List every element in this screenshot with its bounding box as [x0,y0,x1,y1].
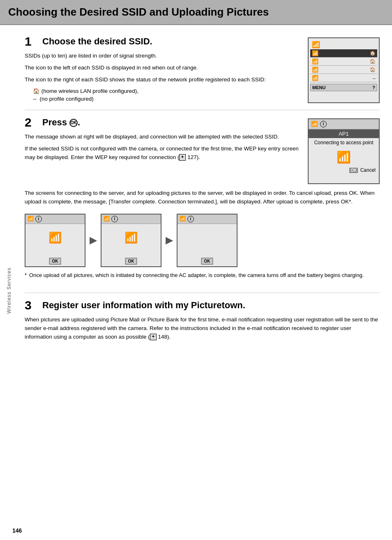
mini-screen-3-body [178,224,237,253]
main-content: 1 Choose the desired SSID. SSIDs (up to … [8,25,392,359]
mini-screen-3-ok: OK [201,258,213,265]
conn-status-text: Connecting to access point [309,138,379,147]
ok-button-icon: OK [69,119,78,127]
ssid-row-1-icon: 📶 [312,50,318,56]
step-2-row: 2 Press OK. The message shown at right w… [25,116,380,184]
mini-screen-1-info: i [35,216,42,222]
step-1-para-1: SSIDs (up to ten) are listed in order of… [25,52,300,60]
ssid-wifi-top-icon: 📶 [310,40,377,49]
mini-screen-2-ok: OK [125,258,137,265]
ssid-row-2-status: 🏠 [370,59,376,64]
ok-box-3: OK [201,258,213,265]
ssid-row-3: 📶 🏠 [310,66,377,74]
mini-screen-1-wifi: 📶 [25,224,85,247]
step-3-body: When pictures are uploaded using Picture… [25,316,380,342]
mini-screen-2-signal: 📶 [104,216,110,222]
step-1-title: 1 Choose the desired SSID. [25,35,300,48]
step-1-body: SSIDs (up to ten) are listed in order of… [25,52,300,102]
page-number: 146 [12,527,22,534]
conn-cancel-label: Cancel [360,167,376,173]
conn-ap-name: AP1 [339,131,349,137]
step-1-number: 1 [25,35,37,48]
step-1-section: 1 Choose the desired SSID. SSIDs (up to … [25,29,380,110]
step-2-para-2: If the selected SSID is not configured w… [25,145,300,162]
step-2-title: 2 Press OK. [25,116,300,129]
footnote-text: Once upload of all pictures, which is in… [29,271,364,279]
step-3-title: 3 Register user information with my Pict… [25,299,380,312]
mini-screen-2-info: i [111,216,118,222]
conn-signal-icon: 📶 [311,121,318,127]
ssid-row-1: 📶 🏠 [310,49,377,58]
step-1-para-2: The icon to the left of each SSID is dis… [25,64,300,72]
ssid-row-2-icon: 📶 [312,58,318,65]
ssid-row-4-icon: 📶 [312,75,318,81]
step-2-text: 2 Press OK. The message shown at right w… [25,116,300,165]
step-3-para: When pictures are uploaded using Picture… [25,316,380,342]
step-3-section: 3 Register user information with my Pict… [25,293,380,351]
conn-wifi-big-icon: 📶 [309,147,379,166]
arrow-2: ▶ [166,235,173,246]
reference-book-icon-2: ✦ [150,334,157,340]
conn-cancel-area: OK Cancel [309,166,379,175]
ok-box-2: OK [125,258,137,265]
ssid-screen-inner: 📶 📶 🏠 📶 🏠 📶 🏠 📶 -- [309,38,379,93]
step-1-text: 1 Choose the desired SSID. SSIDs (up to … [25,35,300,104]
mini-screen-1-top: 📶 i [25,215,85,224]
ssid-row-3-icon: 📶 [312,67,318,73]
mini-screen-1: 📶 i 📶 OK [25,214,85,267]
ssid-row-4: 📶 -- [310,74,377,82]
step-1-title-text: Choose the desired SSID. [42,36,152,47]
ok-box-1: OK [49,258,61,265]
ssid-row-1-status: 🏠 [370,51,376,56]
mini-screen-1-ok: OK [49,258,61,265]
step-1-row: 1 Choose the desired SSID. SSIDs (up to … [25,35,380,104]
mini-screen-3-info: i [187,216,194,222]
home-icon: 🏠 [33,88,40,94]
ssid-row-4-status: -- [373,76,376,81]
conn-ok-badge: OK [349,168,358,173]
ssid-screen-mockup: 📶 📶 🏠 📶 🏠 📶 🏠 📶 -- [308,37,380,103]
step-1-bullet-1: 🏠 (home wireless LAN profile configured)… [33,88,300,94]
mini-screen-2-wifi: 📶 [101,224,161,247]
step-2-after-para: The screens for connecting to the server… [25,189,380,206]
mini-screen-3: 📶 i OK [177,214,238,267]
step-2-section: 2 Press OK. The message shown at right w… [25,110,380,293]
ssid-menu-bar: MENU ? [310,84,377,91]
footnote: * Once upload of all pictures, which is … [25,271,380,279]
step-1-bullet-2: -- (no profile configured) [33,96,300,102]
arrow-1: ▶ [90,235,97,246]
step-2-number: 2 [25,116,37,129]
step-2-title-text: Press OK. [42,117,80,128]
footnote-asterisk: * [25,271,27,279]
step-1-para-3: The icon to the right of each SSID shows… [25,76,300,84]
page-title: Choosing the Desired SSID and Uploading … [8,6,384,18]
conn-ap-bar: AP1 [309,129,379,138]
ssid-help-icon: ? [372,85,375,90]
mini-screen-2: 📶 i 📶 OK [101,214,161,267]
step-3-title-text: Register user information with my Pictur… [42,300,245,311]
ssid-row-2: 📶 🏠 [310,58,377,66]
conn-screen-inner: 📶 i AP1 Connecting to access point 📶 OK … [309,119,379,175]
reference-book-icon: ✦ [179,154,186,161]
sidebar-label: Wireless Services [6,268,12,314]
page-header: Choosing the Desired SSID and Uploading … [0,0,392,25]
ssid-menu-label: MENU [312,85,325,90]
step-2-para-1: The message shown at right will be displ… [25,133,300,141]
mini-screen-3-top: 📶 i [178,215,237,224]
three-screens-row: 📶 i 📶 OK ▶ 📶 i 📶 OK ▶ [25,214,380,267]
mini-screen-2-top: 📶 i [101,215,161,224]
step-3-number: 3 [25,299,37,312]
ssid-row-3-status: 🏠 [370,67,376,72]
step-2-body: The message shown at right will be displ… [25,133,300,162]
mini-screen-1-signal: 📶 [28,216,34,222]
conn-info-icon: i [320,121,327,127]
connection-screen-mockup: 📶 i AP1 Connecting to access point 📶 OK … [308,118,380,184]
conn-top-bar: 📶 i [309,119,379,129]
mini-screen-3-wifi: 📶 [180,216,186,222]
